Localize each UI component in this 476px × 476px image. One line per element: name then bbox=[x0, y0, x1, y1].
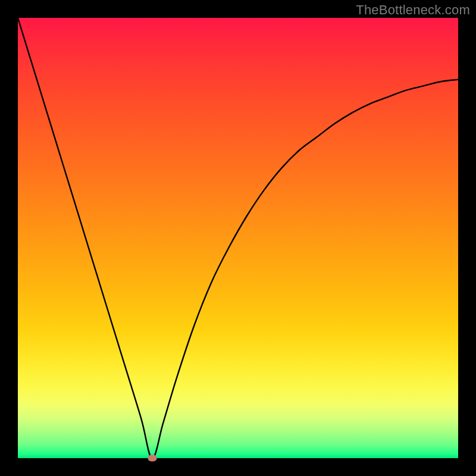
bottleneck-curve bbox=[18, 18, 458, 458]
curve-svg bbox=[18, 18, 458, 458]
watermark-text: TheBottleneck.com bbox=[356, 2, 470, 18]
plot-area bbox=[18, 18, 458, 458]
chart-frame: TheBottleneck.com bbox=[0, 0, 476, 476]
minimum-marker bbox=[148, 455, 156, 462]
